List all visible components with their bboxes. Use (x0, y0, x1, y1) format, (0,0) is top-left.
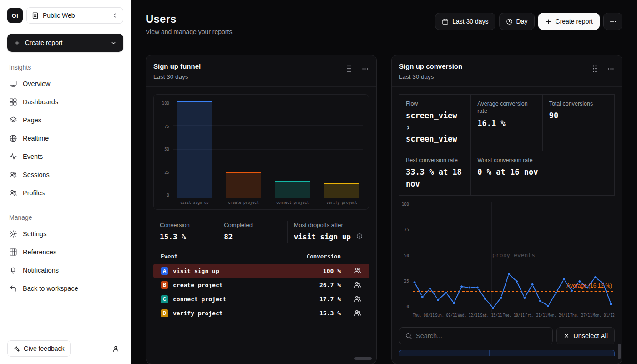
funnel-table-row[interactable]: C connect project 17.7 % (153, 292, 369, 306)
y-tick: 100 (399, 202, 409, 207)
stat-conversion: Conversion 15.3 % (153, 221, 217, 243)
sidebar-item-label: Realtime (23, 135, 49, 142)
vertical-scrollbar-thumb[interactable] (618, 344, 621, 359)
funnel-card-subtitle: Last 30 days (153, 73, 201, 80)
sidebar-item-events[interactable]: Events (7, 147, 123, 166)
conversion-plot-area[interactable]: proxy events Average (16.12 %) (413, 202, 615, 312)
funnel-bar-verify-project[interactable] (324, 183, 360, 198)
sidebar-create-report-button[interactable]: Create report (7, 34, 123, 52)
event-badge: A (161, 267, 168, 275)
page-heading: Users View and manage your reports (146, 13, 232, 35)
profiles-icon[interactable] (354, 295, 362, 303)
stat-value: 15.3 % (160, 232, 211, 242)
funnel-table-row[interactable]: B create project 26.7 % (153, 278, 369, 292)
profiles-icon[interactable] (354, 281, 362, 289)
sidebar-item-settings[interactable]: Settings (7, 225, 123, 243)
stat-label: Best conversion rate (406, 157, 464, 164)
info-icon[interactable] (356, 232, 363, 239)
user-profile-button[interactable] (108, 341, 123, 356)
search-box[interactable] (399, 327, 553, 344)
sidebar-item-profiles[interactable]: Profiles (7, 184, 123, 202)
card-menu-button[interactable] (607, 65, 615, 73)
interval-button[interactable]: Day (499, 13, 535, 30)
date-range-label: Last 30 days (452, 18, 488, 25)
date-range-button[interactable]: Last 30 days (435, 13, 495, 30)
stat-value: 16.1 % (477, 118, 536, 130)
sidebar-item-dashboards[interactable]: Dashboards (7, 93, 123, 111)
funnel-bar-create-project[interactable] (226, 172, 262, 198)
stat-average-conversion: Average conversion rate 16.1 % (471, 95, 542, 151)
unselect-all-button[interactable]: Unselect All (556, 327, 615, 344)
conversion-card-title: Sign up conversion (399, 62, 462, 70)
funnel-table-row[interactable]: D verify project 15.3 % (153, 306, 369, 320)
x-tick: visit sign up (173, 201, 216, 205)
sidebar-item-label: Events (23, 153, 43, 160)
clock-icon (506, 18, 513, 25)
page-title: Users (146, 13, 232, 25)
stat-most-dropoffs: Most dropoffs after visit sign up (287, 221, 369, 243)
create-report-button[interactable]: Create report (538, 13, 600, 30)
create-report-label: Create report (25, 39, 62, 46)
dashboards-icon (9, 98, 17, 106)
building-icon (31, 12, 39, 20)
workspace-name: Public Web (43, 12, 75, 19)
drag-handle-icon[interactable] (592, 64, 598, 73)
cropped-table-row[interactable] (399, 350, 615, 356)
x-tick: Wed, 12/11 (458, 313, 480, 321)
give-feedback-button[interactable]: Give feedback (7, 340, 71, 357)
conversion-stats-grid: Flow screen_view › screen_view Average c… (399, 94, 615, 196)
stat-value: 0 % at 16 nov (477, 167, 608, 178)
stat-label: Completed (224, 222, 281, 228)
profiles-icon[interactable] (354, 309, 362, 317)
search-input[interactable] (416, 332, 547, 339)
horizontal-scrollbar-thumb[interactable] (354, 357, 372, 360)
app-logo[interactable]: OI (7, 8, 23, 23)
card-menu-button[interactable] (361, 65, 369, 73)
x-tick: Tue, 18/11 (503, 313, 525, 321)
funnel-y-axis: 100 75 50 25 0 (159, 101, 169, 207)
settings-icon (9, 230, 17, 238)
sidebar-item-back-to-workspace[interactable]: Back to workspace (7, 279, 123, 298)
plus-icon (14, 40, 20, 46)
x-tick: Mon, 01/12 (593, 313, 615, 321)
funnel-bar-visit-sign-up[interactable] (177, 101, 212, 198)
sidebar-item-realtime[interactable]: Realtime (7, 129, 123, 147)
funnel-bar-chart: 100 75 50 25 0 vi (153, 94, 369, 210)
sidebar-item-notifications[interactable]: Notifications (7, 261, 123, 279)
section-label-insights: Insights (9, 64, 121, 71)
x-tick: Fri, 21/11 (525, 313, 547, 321)
funnel-bar-connect-project[interactable] (275, 181, 311, 198)
event-conversion: 26.7 % (319, 282, 341, 288)
stat-completed: Completed 82 (217, 221, 287, 243)
workspace-selector[interactable]: Public Web (26, 7, 123, 24)
sidebar-item-sessions[interactable]: Sessions (7, 166, 123, 184)
sidebar-footer: Give feedback (7, 340, 123, 357)
sidebar-item-label: Overview (23, 80, 50, 87)
sidebar-item-label: Back to workspace (23, 285, 78, 292)
close-icon (563, 333, 570, 339)
person-icon (112, 345, 120, 353)
funnel-table-row[interactable]: A visit sign up 100 % (153, 264, 369, 278)
conversion-y-axis: 100 75 50 25 0 (399, 202, 409, 312)
chevron-down-icon (110, 40, 117, 46)
profiles-icon[interactable] (354, 267, 362, 275)
event-badge: D (161, 309, 168, 317)
y-tick: 75 (399, 228, 409, 232)
sidebar: OI Public Web Create report Insights Ove… (0, 0, 131, 364)
y-tick: 25 (159, 170, 169, 175)
conversion-controls: Unselect All (399, 327, 615, 344)
sidebar-item-label: Notifications (23, 267, 59, 274)
references-icon (9, 248, 17, 256)
unselect-all-label: Unselect All (573, 332, 608, 339)
sidebar-item-pages[interactable]: Pages (7, 111, 123, 129)
y-tick: 50 (399, 253, 409, 258)
more-options-button[interactable] (603, 13, 622, 30)
sidebar-item-label: Sessions (23, 171, 50, 178)
stat-label: Most dropoffs after (294, 222, 363, 228)
funnel-card-header: Sign up funnel Last 30 days (146, 55, 376, 87)
sidebar-item-overview[interactable]: Overview (7, 75, 123, 93)
sidebar-item-references[interactable]: References (7, 243, 123, 261)
x-tick: create project (222, 201, 265, 205)
drag-handle-icon[interactable] (346, 64, 352, 73)
chevrons-up-down-icon (112, 12, 118, 19)
